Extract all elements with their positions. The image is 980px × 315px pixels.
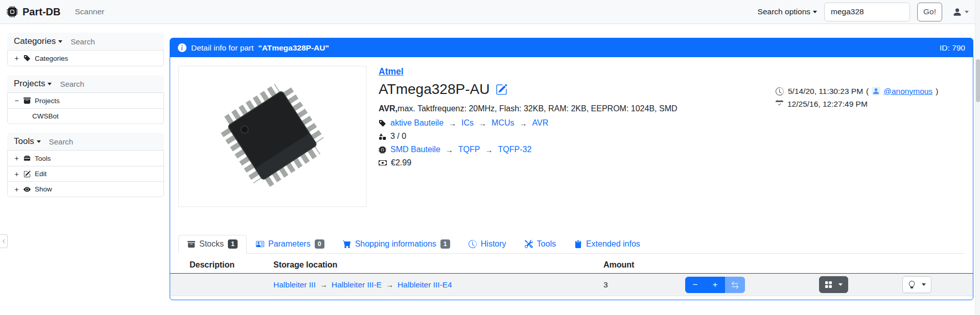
tools-panel: Tools + Tools + Edit + Show: [7, 133, 164, 197]
chip-photo: [188, 72, 357, 200]
caret-down-icon: [965, 11, 969, 13]
go-button[interactable]: Go!: [917, 3, 942, 21]
projects-tree: − Projects CWSBot: [7, 92, 164, 124]
part-meta: 5/14/20, 11:30:23 PM ( @anonymous ) 12/2…: [776, 85, 938, 110]
arrow-separator: →: [478, 119, 487, 128]
avatar-icon: [872, 87, 880, 95]
expand-toggle[interactable]: +: [14, 54, 19, 62]
tools-search-input[interactable]: [49, 137, 157, 146]
tree-item-label: Tools: [35, 155, 51, 162]
categories-tree: + Categories: [7, 50, 164, 66]
label-generator-dropdown[interactable]: [819, 276, 848, 293]
caret-down-icon: [813, 11, 817, 13]
storage-location-breadcrumb: Halbleiter III → Halbleiter III-E → Halb…: [273, 280, 603, 289]
expand-toggle[interactable]: +: [14, 185, 19, 193]
expand-toggle[interactable]: +: [14, 154, 19, 162]
calendar-icon: [776, 100, 783, 108]
move-stock-button[interactable]: [725, 277, 745, 293]
tools-panel-header: Tools: [7, 133, 164, 150]
col-amount: Amount: [603, 260, 685, 270]
user-menu[interactable]: [952, 7, 969, 17]
arrow-separator: →: [445, 146, 454, 154]
stock-amount-buttons: − +: [685, 277, 745, 293]
stock-table-header: Description Storage location Amount: [170, 256, 973, 274]
sidebar: Categories + Categories Projects −: [7, 33, 164, 206]
search-options-dropdown[interactable]: Search options: [758, 7, 817, 16]
category-link[interactable]: ICs: [461, 118, 474, 128]
last-modified-datetime: 5/14/20, 11:30:23 PM: [788, 87, 863, 96]
collapse-toggle[interactable]: −: [14, 96, 19, 105]
user-icon: [952, 7, 962, 17]
lightbulb-icon: [908, 281, 916, 288]
part-detail-header: Detail info for part "ATmega328P-AU" ID:…: [170, 38, 973, 57]
categories-search-input[interactable]: [71, 37, 157, 46]
tools-tree: + Tools + Edit + Show: [7, 150, 164, 197]
tree-item-cwsbot[interactable]: CWSBot: [8, 108, 164, 124]
paren: ): [936, 87, 938, 96]
tab-shopping-informations[interactable]: Shopping informations 1: [334, 235, 459, 254]
arrow-separator: →: [385, 280, 394, 289]
nav-scanner-link[interactable]: Scanner: [75, 7, 104, 16]
tools-dropdown[interactable]: Tools: [14, 136, 41, 147]
stock-summary-row: 3 / 0: [379, 132, 678, 141]
projects-dropdown[interactable]: Projects: [14, 79, 52, 89]
part-image[interactable]: [178, 66, 366, 207]
arrow-separator: →: [484, 146, 494, 154]
projects-search-input[interactable]: [60, 80, 157, 88]
led-locate-dropdown[interactable]: [902, 276, 931, 293]
decrease-stock-button[interactable]: −: [685, 277, 705, 293]
tab-label: Tools: [537, 239, 556, 249]
categories-title: Categories: [14, 36, 56, 46]
search-input[interactable]: [824, 3, 910, 21]
stock-table: Description Storage location Amount Halb…: [170, 256, 973, 296]
tree-item-categories[interactable]: + Categories: [8, 51, 164, 66]
scrollbar-thumb[interactable]: [976, 59, 980, 102]
part-name: ATmega328P-AU: [379, 81, 489, 98]
tab-tools[interactable]: Tools: [516, 235, 565, 254]
category-link[interactable]: AVR: [532, 118, 549, 128]
categories-dropdown[interactable]: Categories: [14, 36, 62, 46]
footprint-link[interactable]: TQFP: [458, 145, 480, 154]
category-link[interactable]: aktive Bauteile: [390, 118, 444, 128]
footprint-row: SMD Bauteile → TQFP → TQFP-32: [379, 145, 678, 154]
caret-down-icon: [48, 83, 52, 85]
expand-toggle[interactable]: +: [14, 170, 19, 178]
col-storage-location: Storage location: [273, 260, 603, 270]
category-link[interactable]: MCUs: [492, 118, 514, 128]
storage-location-link[interactable]: Halbleiter III-E4: [398, 280, 452, 289]
arrow-separator: →: [448, 119, 457, 128]
tab-parameters[interactable]: Parameters 0: [247, 235, 334, 254]
history-icon: [776, 87, 784, 95]
sidebar-collapse-handle[interactable]: [0, 234, 8, 248]
part-id-label: ID: 790: [940, 43, 965, 53]
part-detail-body: Atmel ATmega328P-AU AVR,max. Taktfrequen…: [170, 57, 973, 300]
tree-item-projects[interactable]: − Projects: [8, 93, 164, 108]
storage-location-link[interactable]: Halbleiter III-E: [332, 280, 382, 289]
footprint-link[interactable]: SMD Bauteile: [390, 145, 440, 154]
tree-item-show[interactable]: + Show: [8, 181, 164, 197]
tab-stocks[interactable]: Stocks 1: [178, 235, 247, 254]
footprint-link[interactable]: TQFP-32: [498, 145, 532, 154]
tab-history[interactable]: History: [459, 235, 516, 254]
tab-extended-infos[interactable]: Extended infos: [565, 235, 649, 254]
tab-label: Shopping informations: [355, 239, 436, 249]
app-brand[interactable]: Part-DB: [7, 6, 60, 18]
user-link[interactable]: @anonymous: [883, 87, 932, 96]
tree-item-label: Edit: [35, 170, 46, 178]
manufacturer-link[interactable]: Atmel: [379, 66, 404, 77]
categories-panel-header: Categories: [7, 33, 164, 50]
increase-stock-button[interactable]: +: [705, 277, 725, 293]
arrow-separator: →: [319, 280, 329, 289]
microchip-logo-icon: [7, 6, 18, 17]
tree-item-tools[interactable]: + Tools: [8, 151, 164, 166]
cart-icon: [343, 240, 351, 248]
storage-location-link[interactable]: Halbleiter III: [273, 280, 316, 289]
page-scrollbar[interactable]: [975, 0, 980, 315]
tree-item-edit[interactable]: + Edit: [8, 166, 164, 181]
tab-label: Extended infos: [586, 239, 640, 249]
money-icon: [379, 159, 387, 167]
tree-item-label: Show: [35, 185, 52, 193]
caret-down-icon: [922, 283, 926, 286]
edit-part-icon[interactable]: [496, 84, 507, 95]
clipboard-icon: [574, 240, 582, 248]
